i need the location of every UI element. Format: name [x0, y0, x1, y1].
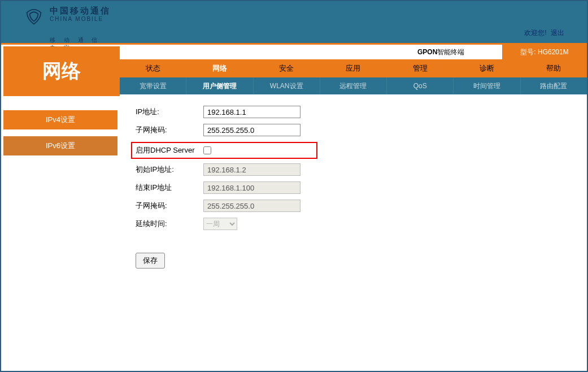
- mainnav-tab-4[interactable]: 管理: [387, 59, 454, 77]
- mainnav-tab-5[interactable]: 诊断: [454, 59, 520, 77]
- device-type-label: GPON智能终端: [412, 45, 502, 59]
- dhcp-highlight-box: 启用DHCP Server: [131, 142, 317, 159]
- logout-link[interactable]: 退出: [551, 29, 564, 37]
- mainnav-tab-0[interactable]: 状态: [120, 59, 186, 77]
- sidebar-item-0[interactable]: IPv4设置: [3, 110, 117, 129]
- subnet-mask-label: 子网掩码:: [136, 125, 203, 135]
- mainnav-tab-6[interactable]: 帮助: [520, 59, 587, 77]
- welcome-text: 欢迎您!: [524, 29, 546, 37]
- top-banner: 中国移动通信 CHINA MOBILE 移 动 通 信 专 家 欢迎您! 退出: [1, 1, 587, 45]
- subnav-tab-2[interactable]: WLAN设置: [254, 77, 320, 94]
- page-title: 网络: [3, 46, 120, 96]
- subnav-tab-4[interactable]: QoS: [387, 77, 454, 94]
- end-ip-input[interactable]: [203, 181, 300, 194]
- dhcp-mask-input[interactable]: [203, 200, 300, 212]
- welcome-block: 欢迎您! 退出: [524, 28, 564, 38]
- device-model-label: 型号: HG6201M: [502, 45, 587, 59]
- lease-time-label: 延续时间:: [136, 219, 203, 229]
- sub-nav: 宽带设置用户侧管理WLAN设置远程管理QoS时间管理路由配置: [120, 77, 587, 94]
- start-ip-label: 初始IP地址:: [136, 165, 203, 175]
- subnav-tab-1[interactable]: 用户侧管理: [186, 77, 253, 94]
- china-mobile-logo-icon: [23, 6, 45, 28]
- ip-address-label: IP地址:: [136, 107, 203, 117]
- enable-dhcp-checkbox[interactable]: [203, 146, 211, 154]
- dhcp-mask-label: 子网掩码:: [136, 201, 203, 211]
- sidebar-item-1[interactable]: IPv6设置: [3, 136, 117, 155]
- ip-address-input[interactable]: [203, 106, 300, 118]
- enable-dhcp-label: 启用DHCP Server: [136, 145, 203, 155]
- brand-logo-block: 中国移动通信 CHINA MOBILE 移 动 通 信 专 家: [23, 6, 111, 28]
- start-ip-input[interactable]: [203, 163, 300, 176]
- lease-time-select[interactable]: 一周: [203, 218, 237, 230]
- brand-name-en: CHINA MOBILE: [50, 16, 111, 22]
- mainnav-tab-2[interactable]: 安全: [253, 59, 320, 77]
- mainnav-tab-3[interactable]: 应用: [320, 59, 386, 77]
- subnav-tab-3[interactable]: 远程管理: [320, 77, 387, 94]
- sidebar: IPv4设置IPv6设置: [1, 94, 120, 369]
- subnav-tab-0[interactable]: 宽带设置: [120, 77, 186, 94]
- subnet-mask-input[interactable]: [203, 124, 300, 136]
- main-nav: 状态网络安全应用管理诊断帮助: [120, 59, 587, 77]
- content-panel: IP地址: 子网掩码: 启用DHCP Server 初始IP地址: 结束IP地址: [120, 94, 587, 369]
- subnav-tab-5[interactable]: 时间管理: [454, 77, 520, 94]
- end-ip-label: 结束IP地址: [136, 183, 203, 193]
- mainnav-tab-1[interactable]: 网络: [186, 59, 253, 77]
- subnav-tab-6[interactable]: 路由配置: [521, 77, 587, 94]
- save-button[interactable]: 保存: [136, 253, 165, 269]
- brand-name-cn: 中国移动通信: [50, 6, 111, 16]
